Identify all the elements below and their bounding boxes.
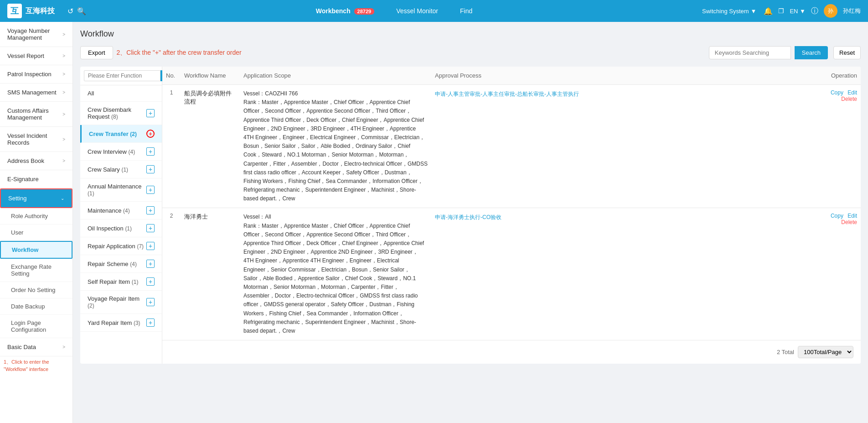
add-repair-app-btn[interactable]: + <box>146 242 155 250</box>
delete-btn-2[interactable]: Delete <box>841 219 857 225</box>
sidebar-item-setting[interactable]: Setting ⌄ <box>0 188 72 208</box>
toolbar-right: Search Reset <box>709 46 861 59</box>
category-repair-scheme[interactable]: Repair Scheme (4) + <box>80 255 162 273</box>
sub-item-user[interactable]: User <box>0 225 72 241</box>
category-interview[interactable]: Crew Interview (4) + <box>80 143 162 161</box>
category-self-repair[interactable]: Self Repair Item (1) + <box>80 273 162 291</box>
category-voyage-repair[interactable]: Voyage Repair Item (2) + <box>80 291 162 314</box>
avatar[interactable]: 孙 <box>824 4 837 18</box>
edit-btn-1[interactable]: Edit <box>847 89 857 96</box>
app-scope-1: Vessel：CAOZHII 766 Rank：Master，Apprentic… <box>240 85 431 208</box>
content-area: 🔍 All Crew Disembark Request (8) + Crew … <box>80 67 861 364</box>
function-search-input[interactable] <box>84 70 160 81</box>
nav-workbench[interactable]: Workbench 28729 <box>312 5 378 16</box>
sub-item-role[interactable]: Role Authority <box>0 208 72 225</box>
main-content: Workflow Export 2、Click the "+" after th… <box>73 22 868 423</box>
left-panel: 🔍 All Crew Disembark Request (8) + Crew … <box>80 67 162 364</box>
sidebar-item-customs[interactable]: Customs AffairsManagement > <box>0 102 72 127</box>
add-interview-btn[interactable]: + <box>146 147 155 156</box>
sidebar: Voyage NumberManagement > Vessel Report … <box>0 22 73 423</box>
add-disembark-btn[interactable]: + <box>146 109 155 117</box>
category-transfer[interactable]: Crew Transfer (2) + <box>80 125 162 143</box>
chevron-icon: > <box>62 32 65 37</box>
category-salary[interactable]: Crew Salary (1) + <box>80 161 162 178</box>
right-panel: No. Workflow Name Application Scope Appr… <box>162 67 861 364</box>
sidebar-item-patrol[interactable]: Patrol Inspection > <box>0 65 72 84</box>
nav-find[interactable]: Find <box>456 5 476 16</box>
edit-btn-2[interactable]: Edit <box>847 213 857 219</box>
add-transfer-btn[interactable]: + <box>146 130 155 138</box>
add-yard-repair-btn[interactable]: + <box>146 319 155 327</box>
page-size-select[interactable]: 100Total/Page 50Total/Page 20Total/Page <box>798 346 853 358</box>
category-oil[interactable]: Oil Inspection (1) + <box>80 219 162 237</box>
sub-item-date-backup[interactable]: Date Backup <box>0 298 72 315</box>
category-maintenance[interactable]: Maintenance (4) + <box>80 202 162 219</box>
help-icon[interactable]: ⓘ <box>811 6 818 16</box>
col-workflow-name: Workflow Name <box>181 67 240 85</box>
category-all[interactable]: All <box>80 85 162 102</box>
search-button[interactable]: Search <box>795 46 828 59</box>
notification-icon[interactable]: 🔔 <box>764 7 773 16</box>
app-scope-2: Vessel：All Rank：Master，Apprentice Master… <box>240 208 431 340</box>
add-self-repair-btn[interactable]: + <box>146 277 155 286</box>
step1-annotation: 1、Click to enter the "Workflow" interfac… <box>0 356 72 374</box>
add-annual-btn[interactable]: + <box>146 186 155 194</box>
sidebar-item-sms[interactable]: SMS Management > <box>0 84 72 102</box>
switch-system[interactable]: Switching System ▼ <box>702 8 756 15</box>
sub-item-exchange[interactable]: Exchange Rate Setting <box>0 259 72 282</box>
sub-item-order-no[interactable]: Order No Setting <box>0 282 72 298</box>
sidebar-item-incident[interactable]: Vessel Incident Records > <box>0 127 72 152</box>
user-name: 孙红梅 <box>843 7 861 15</box>
logo-icon: 互 <box>7 4 22 18</box>
add-salary-btn[interactable]: + <box>146 165 155 173</box>
page-title: Workflow <box>80 29 861 39</box>
category-disembark[interactable]: Crew Disembark Request (8) + <box>80 102 162 125</box>
chevron-icon: > <box>62 345 65 350</box>
col-no: No. <box>162 67 181 85</box>
sidebar-item-basic-data[interactable]: Basic Data > <box>0 338 72 356</box>
keyword-search-input[interactable] <box>709 46 791 59</box>
add-voyage-repair-btn[interactable]: + <box>146 298 155 306</box>
add-repair-scheme-btn[interactable]: + <box>146 260 155 268</box>
nav-vessel-monitor[interactable]: Vessel Monitor <box>393 5 442 16</box>
toolbar: Export 2、Click the "+" after the crew tr… <box>80 46 861 59</box>
top-right-controls: Switching System ▼ 🔔 ❐ EN ▼ ⓘ 孙 孙红梅 <box>702 4 861 18</box>
lang-switch[interactable]: EN ▼ <box>790 8 806 15</box>
pagination: 2 Total 100Total/Page 50Total/Page 20Tot… <box>162 340 861 364</box>
expand-icon[interactable]: ❐ <box>778 7 784 15</box>
category-repair-app[interactable]: Repair Application (7) + <box>80 237 162 255</box>
toolbar-left: Export 2、Click the "+" after the crew tr… <box>80 46 242 59</box>
search-nav-icon[interactable]: 🔍 <box>77 7 86 16</box>
copy-btn-1[interactable]: Copy <box>831 89 843 96</box>
table-header: No. Workflow Name Application Scope Appr… <box>162 67 861 85</box>
operation-1: Copy Edit Delete <box>806 85 861 208</box>
table-row: 1 船员调令必填附件流程 Vessel：CAOZHII 766 Rank：Mas… <box>162 85 861 208</box>
top-nav: 互 互海科技 ↺ 🔍 Workbench 28729 Vessel Monito… <box>0 0 868 22</box>
sub-item-workflow[interactable]: Workflow <box>0 241 72 259</box>
table-row: 2 海洋勇士 Vessel：All Rank：Master，Apprentice… <box>162 208 861 340</box>
back-icon[interactable]: ↺ <box>67 7 73 16</box>
col-approval: Approval Process <box>431 67 806 85</box>
category-yard-repair[interactable]: Yard Repair Item (3) + <box>80 314 162 332</box>
export-button[interactable]: Export <box>80 46 113 59</box>
sidebar-item-vessel-report[interactable]: Vessel Report > <box>0 47 72 65</box>
sidebar-item-esignature[interactable]: E-Signature <box>0 170 72 188</box>
category-annual[interactable]: Annual Maintenance (1) + <box>80 178 162 202</box>
app-name: 互海科技 <box>26 6 55 16</box>
chevron-icon: > <box>62 72 65 77</box>
reset-button[interactable]: Reset <box>833 46 861 59</box>
add-maintenance-btn[interactable]: + <box>146 206 155 214</box>
chevron-icon: > <box>62 53 65 58</box>
chevron-down-icon: ⌄ <box>61 196 64 201</box>
workbench-badge: 28729 <box>354 8 375 15</box>
row-num-2: 2 <box>162 208 181 340</box>
chevron-icon: > <box>62 158 65 163</box>
sidebar-item-address[interactable]: Address Book > <box>0 152 72 170</box>
delete-btn-1[interactable]: Delete <box>841 96 857 102</box>
sub-item-login-page[interactable]: Login Page Configuration <box>0 315 72 338</box>
copy-btn-2[interactable]: Copy <box>831 213 843 219</box>
row-num-1: 1 <box>162 85 181 208</box>
sidebar-item-voyage[interactable]: Voyage NumberManagement > <box>0 22 72 47</box>
add-oil-btn[interactable]: + <box>146 224 155 232</box>
nav-icons: 🔔 ❐ EN ▼ ⓘ 孙 孙红梅 <box>764 4 861 18</box>
